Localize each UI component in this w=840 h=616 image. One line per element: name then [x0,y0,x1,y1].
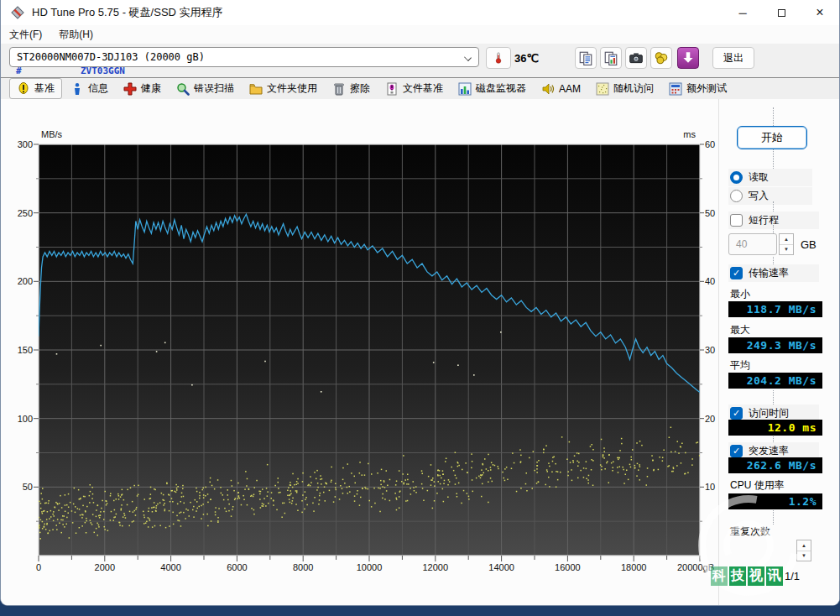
svg-text:100: 100 [18,414,33,424]
tab-文件基准[interactable]: 文件基准 [378,79,450,98]
tab-label: 擦除 [350,81,370,96]
read-radio-row[interactable]: 读取 [728,169,812,186]
menu-item-file[interactable]: 文件(F) [1,26,50,44]
read-radio-label: 读取 [749,170,769,185]
burst-rate-label: 突发速率 [749,444,789,458]
svg-text:8000: 8000 [293,562,313,572]
copyfile-icon [603,50,618,65]
tab-label: 文件基准 [403,81,443,96]
drive-select-combobox[interactable]: ST20000NM007D-3DJ103 (20000 gB) [9,47,479,67]
tab-label: 信息 [88,81,108,96]
write-radio[interactable] [730,190,743,202]
copy-button[interactable] [575,47,597,69]
spin-up-icon[interactable]: ▲ [780,234,793,245]
avg-value: 204.2 MB/s [728,373,822,389]
write-radio-label: 写入 [749,189,769,203]
tab-信息[interactable]: 信息 [64,79,115,98]
spin-up-icon[interactable]: ▲ [797,540,811,551]
read-radio[interactable] [730,171,743,184]
shortstroke-checkbox[interactable] [730,214,743,227]
drive-select-value: ST20000NM007D-3DJ103 (20000 gB) [17,51,205,63]
tab-基准[interactable]: 基准 [9,78,62,99]
tab-随机访问[interactable]: 随机访问 [589,79,660,98]
page-indicator: 1/1 [785,570,800,582]
camera-icon [629,50,644,65]
spin-down-icon[interactable]: ▼ [780,245,793,255]
transfer-rate-row[interactable]: ✓ 传输速率 [728,264,819,282]
tab-label: 额外测试 [686,81,727,96]
access-time-label: 访问时间 [749,406,789,420]
tab-额外测试[interactable]: 额外测试 [662,79,733,98]
drive-serial: ZVT03GGN [81,65,125,76]
benchmark-content: MB/sms5010015020025030010203040506002000… [1,99,839,606]
minimize-button[interactable]: ─ [723,0,762,25]
tab-擦除[interactable]: 擦除 [326,79,377,98]
tab-文件夹使用[interactable]: 文件夹使用 [243,79,324,98]
svg-text:250: 250 [18,208,33,218]
update-icon [681,50,696,65]
tab-健康[interactable]: 健康 [117,79,168,98]
access-time-value: 12.0 ms [728,420,822,436]
exit-button[interactable]: 退出 [712,47,754,69]
info-icon [70,82,84,96]
min-value: 118.7 MB/s [728,301,822,317]
burst-rate-value: 262.6 MB/s [728,457,822,473]
repeat-count-label: 重复次数 [730,525,770,539]
svg-text:60: 60 [705,139,715,149]
tab-AAM[interactable]: AAM [535,80,587,98]
tab-label: 错误扫描 [194,81,234,96]
capacity-unit-label: GB [801,238,817,251]
copyfile-button[interactable] [600,47,622,69]
temperature-button[interactable] [486,47,511,69]
exit-button-label: 退出 [723,51,743,65]
access-time-checkbox[interactable]: ✓ [730,407,743,420]
maximize-icon [778,9,785,17]
thermometer-icon [493,50,504,65]
filebench-icon [385,82,399,96]
donate-button[interactable] [650,47,672,69]
benchmark-controls: 开始 读取 写入 短行程 40 ▲ ▼ GB [718,99,840,606]
svg-text:2000: 2000 [95,562,115,572]
shortstroke-row[interactable]: 短行程 [728,211,819,229]
svg-text:6000: 6000 [227,562,247,572]
temperature-value: 36℃ [514,52,539,65]
tab-label: 健康 [141,81,161,96]
svg-text:40: 40 [705,276,715,286]
scan-icon [176,82,190,96]
camera-button[interactable] [625,47,647,69]
tab-磁盘监视器[interactable]: 磁盘监视器 [451,79,533,98]
svg-text:20: 20 [705,414,715,424]
menu-item-help[interactable]: 帮助(H) [50,26,102,44]
page-spinner[interactable]: ▲ ▼ [796,540,811,561]
write-radio-row[interactable]: 写入 [728,187,812,205]
svg-text:20000gB: 20000gB [677,562,714,572]
svg-text:10000: 10000 [357,562,383,572]
tab-label: 基准 [34,81,55,96]
update-button[interactable] [677,47,699,69]
transfer-rate-checkbox[interactable]: ✓ [730,267,743,279]
max-label: 最大 [730,323,750,337]
transfer-rate-label: 传输速率 [749,266,789,280]
tab-label: 随机访问 [613,81,654,96]
avg-label: 平均 [730,358,750,373]
capacity-spinner[interactable]: ▲ ▼ [779,233,794,255]
close-button[interactable]: × [801,0,839,25]
menu-bar: 文件(F)帮助(H) [1,25,839,44]
svg-text:150: 150 [18,345,33,355]
tab-label: 文件夹使用 [267,81,317,96]
max-value: 249.3 MB/s [728,337,822,353]
svg-text:16000: 16000 [555,562,581,572]
spin-down-icon[interactable]: ▼ [797,551,811,561]
start-button[interactable]: 开始 [737,126,807,149]
svg-text:50: 50 [23,482,33,492]
window-title: HD Tune Pro 5.75 - 硬盘/SSD 实用程序 [32,5,223,20]
health-icon [123,82,137,96]
maximize-button[interactable] [762,0,801,25]
title-bar: HD Tune Pro 5.75 - 硬盘/SSD 实用程序 ─ × [1,0,839,25]
chevron-down-icon [464,54,472,61]
capacity-input[interactable]: 40 [728,233,777,255]
app-logo-icon [11,6,24,19]
cpu-usage-value: 1.2% [728,493,822,509]
tab-错误扫描[interactable]: 错误扫描 [170,79,241,98]
burst-rate-checkbox[interactable]: ✓ [730,445,743,457]
